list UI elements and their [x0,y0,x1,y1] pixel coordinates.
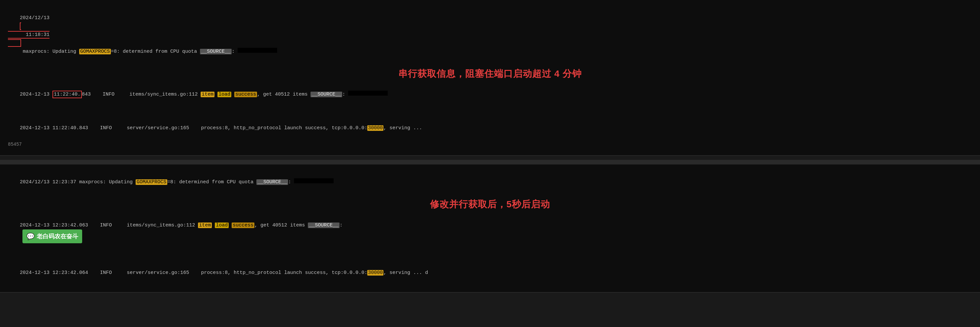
log-spacer-1 [8,107,972,116]
annotation-1: 串行获取信息，阻塞住端口启动超过 4 分钟 [8,68,972,80]
annotation-2: 修改并行获取后，5秒后启动 [8,198,972,211]
source-highlight-2: __SOURCE__ [310,92,342,97]
log-line-1-1: 2024/12/13 11:18:31 maxprocs: Updating G… [8,5,972,64]
log-line-1-2: 2024-12-13 11:22:40.843 INFO items/sync_… [8,82,972,108]
panel-2: 2024/12/13 12:23:37 maxprocs: Updating G… [0,165,980,293]
source-highlight-3: __SOURCE__ [256,179,288,185]
gomaxprocs-highlight-1: GOMAXPROCS [79,49,111,54]
source-highlight-1: __SOURCE__ [200,49,232,54]
item-highlight-2: item [198,222,212,228]
success-highlight-2: success [232,222,255,228]
log-spacer-2 [8,252,972,260]
port-highlight-2: 30000 [367,270,383,276]
wechat-badge: 💬 老白码农在奋斗 [22,229,82,243]
log-line-2-2: 2024-12-13 12:23:42.063 INFO items/sync_… [8,213,972,252]
time-box-2: 11:22:40. [52,90,82,98]
log-line-1-3: 2024-12-13 11:22:40.843 INFO server/serv… [8,116,972,141]
panel-1: 2024/12/13 11:18:31 maxprocs: Updating G… [0,0,980,156]
redacted-block-1 [237,48,277,53]
time-box-1: 11:18:31 [8,22,49,47]
log-line-2-3: 2024-12-13 12:23:42.064 INFO server/serv… [8,260,972,286]
log-line-1-4: 85457 [8,141,972,149]
item-highlight-1: item [200,92,215,97]
panel-divider [0,160,980,165]
load-highlight-2: load [215,222,229,228]
redacted-block-3 [294,178,334,183]
gomaxprocs-highlight-2: GOMAXPROCS [135,179,167,185]
load-highlight-1: load [218,92,231,97]
log-date-1: 2024/12/13 [20,15,49,21]
log-line-2-1: 2024/12/13 12:23:37 maxprocs: Updating G… [8,170,972,195]
source-highlight-4: __SOURCE__ [308,222,339,228]
wechat-icon: 💬 [26,231,35,242]
redacted-block-2 [348,90,388,95]
port-highlight-1: 30000 [367,125,383,131]
success-highlight-1: success [234,92,257,97]
